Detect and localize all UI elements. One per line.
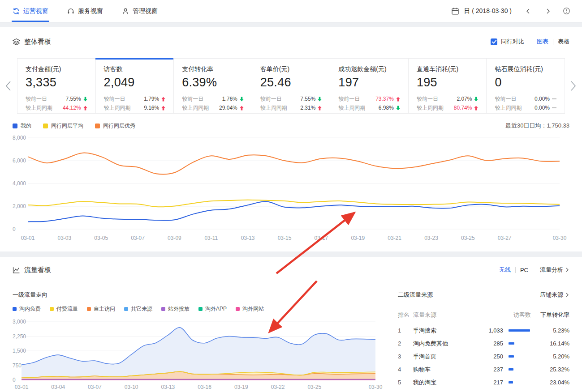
legend-swatch	[236, 307, 240, 311]
svg-text:03-23: 03-23	[424, 235, 438, 241]
peer-compare-label: 同行对比	[501, 38, 524, 46]
svg-text:03-10: 03-10	[125, 384, 138, 390]
source-name: 淘内免费其他	[413, 340, 468, 348]
flat-dash-icon	[552, 107, 556, 108]
legend-item[interactable]: 淘外网站	[236, 305, 264, 313]
tab-label: 服务视窗	[78, 7, 103, 15]
down-arrow-icon	[83, 97, 87, 102]
svg-text:03-01: 03-01	[15, 384, 29, 390]
svg-text:6,000: 6,000	[13, 158, 26, 164]
view-table-link[interactable]: 表格	[558, 38, 569, 46]
tab-label: 管理视窗	[133, 7, 158, 15]
source-row[interactable]: 4购物车23725.32%	[398, 363, 569, 376]
source-visitors: 237	[468, 366, 503, 373]
down-arrow-icon	[474, 97, 478, 102]
cards-prev-button[interactable]	[5, 81, 11, 91]
metric-compare-value: 29.04%	[219, 105, 244, 111]
svg-text:03-13: 03-13	[241, 235, 255, 241]
legend-label: 淘内免费	[19, 305, 41, 313]
up-arrow-icon	[474, 106, 478, 111]
shop-source-link[interactable]: 店铺来源	[540, 291, 569, 299]
source-rank: 2	[398, 340, 413, 347]
legend-label: 我的	[21, 122, 31, 130]
metric-card-2[interactable]: 访客数2,049较前一日1.79% 较上周同期9.16%	[95, 58, 174, 114]
metric-card-1[interactable]: 支付金额(元)3,335较前一日7.55% 较上周同期44.12%	[17, 58, 96, 114]
overview-trend-chart[interactable]: 02,0004,0006,0008,00003-0103-0303-0503-0…	[13, 132, 569, 244]
metric-compare-row: 较前一日1.76%	[182, 94, 244, 103]
date-prev-button[interactable]	[525, 8, 531, 14]
svg-text:03-09: 03-09	[168, 235, 181, 241]
metric-compare-label: 较前一日	[338, 95, 360, 103]
source-name: 手淘搜索	[413, 327, 468, 335]
source-row[interactable]: 2淘内免费其他28516.14%	[398, 337, 569, 350]
metric-compare-row: 较上周同期6.98%	[338, 103, 400, 112]
legend-item[interactable]: 同行同层优秀	[95, 122, 135, 130]
chevron-right-icon	[565, 293, 569, 297]
sources-table: 排名流量来源访客数下单转化率1手淘搜索1,0335.23%2淘内免费其他2851…	[398, 311, 569, 389]
source-rank: 3	[398, 353, 413, 360]
source-row[interactable]: 5我的淘宝21723.04%	[398, 376, 569, 389]
metric-compare-label: 较上周同期	[182, 104, 209, 112]
legend-item[interactable]: 我的	[13, 122, 31, 130]
source-name: 手淘首页	[413, 353, 468, 361]
svg-text:03-19: 03-19	[234, 384, 248, 390]
calendar-icon[interactable]	[451, 7, 459, 15]
metric-card-3[interactable]: 支付转化率6.39%较前一日1.76% 较上周同期29.04%	[173, 58, 252, 114]
legend-item[interactable]: 淘内免费	[13, 305, 41, 313]
metric-card-6[interactable]: 直通车消耗(元)195较前一日2.07% 较上周同期80.74%	[408, 58, 487, 114]
source-name: 我的淘宝	[413, 379, 468, 387]
metric-compare-label: 较前一日	[26, 95, 47, 103]
source-row[interactable]: 1手淘搜索1,0335.23%	[398, 324, 569, 337]
legend-item[interactable]: 其它来源	[124, 305, 152, 313]
svg-text:03-03: 03-03	[58, 235, 72, 241]
traffic-analysis-link[interactable]: 流量分析	[540, 266, 569, 274]
metric-value: 0	[495, 76, 556, 89]
metric-title: 钻石展位消耗(元)	[495, 65, 556, 73]
metric-compare-label: 较前一日	[104, 95, 125, 103]
topbar: 运营视窗服务视窗管理视窗 日 ( 2018-03-30 )	[0, 0, 582, 22]
metric-compare-row: 较上周同期44.12%	[26, 103, 87, 112]
dashboard-page: 运营视窗服务视窗管理视窗 日 ( 2018-03-30 ) 整体看板	[0, 0, 582, 392]
metric-compare-label: 较上周同期	[417, 104, 444, 112]
metric-card-5[interactable]: 成功退款金额(元)197较前一日73.37% 较上周同期6.98%	[330, 58, 409, 114]
svg-text:03-04: 03-04	[51, 384, 65, 390]
date-label[interactable]: 日 ( 2018-03-30 )	[464, 7, 512, 15]
tab-operations-view[interactable]: 运营视窗	[12, 0, 49, 22]
svg-text:03-30: 03-30	[553, 235, 567, 241]
svg-text:03-13: 03-13	[161, 384, 175, 390]
up-arrow-icon	[396, 97, 400, 102]
source-row[interactable]: 3手淘首页2505.20%	[398, 350, 569, 363]
divider	[553, 39, 553, 45]
metric-compare-row: 较前一日0.00%	[495, 94, 556, 103]
traffic-sources-section: 二级流量来源 店铺来源 排名流量来源访客数下单转化率1手淘搜索1,0335.23…	[379, 280, 582, 392]
view-chart-link[interactable]: 图表	[537, 38, 548, 46]
cards-next-button[interactable]	[570, 81, 576, 91]
legend-item[interactable]: 淘外APP	[198, 305, 227, 313]
metric-value: 3,335	[26, 76, 87, 89]
metric-compare-value: 2.07%	[457, 96, 478, 102]
source-bar	[503, 368, 531, 371]
traffic-trend-section: 一级流量走向 淘内免费付费流量自主访问其它来源站外投放淘外APP淘外网站 075…	[0, 280, 379, 392]
overview-panel: 整体看板 同行对比 图表 表格 支付金额(元)3,335较前一日7.55% 较上…	[0, 27, 582, 251]
legend-item[interactable]: 站外投放	[161, 305, 190, 313]
legend-item[interactable]: 自主访问	[87, 305, 115, 313]
metric-card-4[interactable]: 客单价(元)25.46较前一日7.55% 较上周同期2.31%	[252, 58, 331, 114]
legend-item[interactable]: 同行同层平均	[43, 122, 83, 130]
tab-wireless[interactable]: 无线	[499, 266, 511, 274]
date-next-button[interactable]	[545, 8, 551, 14]
tab-management-view[interactable]: 管理视窗	[121, 0, 159, 22]
source-visitors: 285	[468, 340, 503, 347]
info-icon[interactable]	[563, 7, 570, 15]
metric-compare-label: 较上周同期	[104, 104, 131, 112]
svg-text:0: 0	[13, 377, 16, 383]
metric-card-7[interactable]: 钻石展位消耗(元)0较前一日0.00% 较上周同期0.00%	[486, 58, 565, 114]
legend-item[interactable]: 付费流量	[50, 305, 78, 313]
tab-service-view[interactable]: 服务视窗	[66, 0, 104, 22]
source-visitors: 250	[468, 353, 503, 360]
tab-pc[interactable]: PC	[520, 267, 528, 273]
source-conversion: 23.04%	[531, 379, 569, 386]
peer-compare-checkbox[interactable]	[491, 38, 497, 45]
source-conversion: 16.14%	[531, 340, 569, 347]
traffic-trend-chart[interactable]: 07501,5002,2503,00003-0103-0403-0703-100…	[13, 317, 376, 392]
svg-text:03-16: 03-16	[198, 384, 211, 390]
